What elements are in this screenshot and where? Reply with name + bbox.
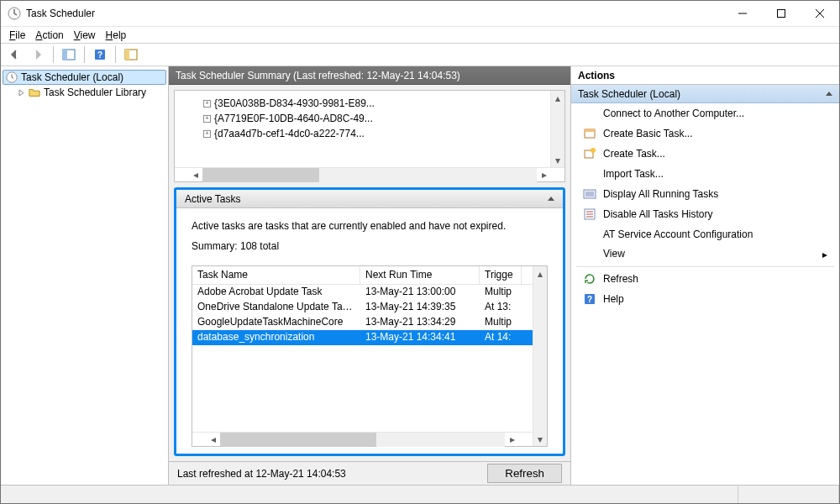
collapse-icon xyxy=(548,197,554,201)
active-tasks-summary: Summary: 108 total xyxy=(192,240,548,252)
running-icon xyxy=(583,187,596,201)
help-toolbar-button[interactable]: ? xyxy=(90,45,110,65)
toolbar: ? xyxy=(1,43,839,66)
action-import-task[interactable]: Import Task... xyxy=(571,164,839,184)
wizard-icon xyxy=(583,127,596,140)
svg-text:?: ? xyxy=(587,295,592,304)
tree-root[interactable]: Task Scheduler (Local) xyxy=(3,70,166,85)
help-icon: ? xyxy=(583,292,596,306)
table-row[interactable]: GoogleUpdateTaskMachineCore13-May-21 13:… xyxy=(192,315,533,330)
center-pane: Task Scheduler Summary (Last refreshed: … xyxy=(169,66,570,485)
svg-rect-7 xyxy=(125,50,129,60)
task-status-box: +{3E0A038B-D834-4930-9981-E89... +{A7719… xyxy=(174,90,565,182)
action-create-basic-task[interactable]: Create Basic Task... xyxy=(571,123,839,144)
menu-file[interactable]: File xyxy=(4,28,30,43)
tree-library-label: Task Scheduler Library xyxy=(44,87,146,98)
menubar: File Action View Help xyxy=(1,26,839,43)
chevron-right-icon: ▸ xyxy=(822,249,827,260)
clock-icon xyxy=(6,71,18,83)
table-header: Task Name Next Run Time Trigge xyxy=(192,266,533,285)
action-help[interactable]: ?Help xyxy=(571,289,839,309)
svg-rect-10 xyxy=(585,129,595,132)
back-button[interactable] xyxy=(4,45,24,65)
tree-root-label: Task Scheduler (Local) xyxy=(21,71,123,83)
svg-rect-3 xyxy=(63,50,67,60)
action-display-running[interactable]: Display All Running Tasks xyxy=(571,184,839,204)
panes-button[interactable] xyxy=(59,45,79,65)
action-refresh[interactable]: Refresh xyxy=(571,269,839,289)
details-button[interactable] xyxy=(121,45,141,65)
vertical-scrollbar[interactable]: ▴▾ xyxy=(550,91,564,167)
svg-rect-1 xyxy=(778,10,785,18)
task-status-list[interactable]: +{3E0A038B-D834-4930-9981-E89... +{A7719… xyxy=(175,91,550,167)
menu-action[interactable]: Action xyxy=(30,28,68,43)
guid-row: {A7719E0F-10DB-4640-AD8C-49... xyxy=(214,113,373,124)
col-task-name[interactable]: Task Name xyxy=(192,266,360,284)
svg-point-12 xyxy=(591,148,596,153)
menu-help[interactable]: Help xyxy=(101,28,132,43)
close-button[interactable] xyxy=(801,1,839,26)
content-area: Task Scheduler (Local) Task Scheduler Li… xyxy=(1,66,839,485)
app-icon xyxy=(8,7,21,20)
menu-view[interactable]: View xyxy=(69,28,101,43)
collapse-icon xyxy=(826,92,832,96)
action-disable-history[interactable]: Disable All Tasks History xyxy=(571,204,839,224)
action-at-service[interactable]: AT Service Account Configuration xyxy=(571,224,839,244)
expand-icon[interactable]: + xyxy=(203,100,211,108)
guid-row: {d7aa4d7b-cef1-4dc0-a222-774... xyxy=(214,128,365,139)
table-row[interactable]: OneDrive Standalone Update Task-...13-Ma… xyxy=(192,300,533,315)
action-create-task[interactable]: Create Task... xyxy=(571,144,839,164)
table-horizontal-scrollbar[interactable]: ◂▸ xyxy=(192,432,533,446)
actions-title: Actions xyxy=(571,66,839,85)
col-triggers[interactable]: Trigge xyxy=(480,266,522,284)
summary-footer: Last refreshed at 12-May-21 14:04:53 Ref… xyxy=(169,461,570,485)
active-tasks-panel: Active Tasks Active tasks are tasks that… xyxy=(174,187,565,456)
navigation-tree: Task Scheduler (Local) Task Scheduler Li… xyxy=(1,66,169,485)
active-tasks-table: Task Name Next Run Time Trigge Adobe Acr… xyxy=(192,265,548,447)
svg-text:?: ? xyxy=(97,50,102,60)
chevron-right-icon xyxy=(18,89,25,97)
expand-icon[interactable]: + xyxy=(203,130,211,138)
folder-icon xyxy=(29,87,40,98)
active-tasks-desc: Active tasks are tasks that are currentl… xyxy=(192,220,548,232)
titlebar: Task Scheduler xyxy=(1,1,839,26)
action-view[interactable]: View▸ xyxy=(571,244,839,265)
table-row-selected[interactable]: database_synchronization13-May-21 14:34:… xyxy=(192,330,533,345)
history-icon xyxy=(583,207,596,221)
active-tasks-title: Active Tasks xyxy=(185,193,240,205)
expand-icon[interactable]: + xyxy=(203,115,211,123)
horizontal-scrollbar[interactable]: ◂▸ xyxy=(175,167,564,181)
summary-header: Task Scheduler Summary (Last refreshed: … xyxy=(169,66,570,85)
table-row[interactable]: Adobe Acrobat Update Task13-May-21 13:00… xyxy=(192,285,533,300)
col-next-run[interactable]: Next Run Time xyxy=(360,266,480,284)
maximize-button[interactable] xyxy=(762,1,801,26)
new-task-icon xyxy=(583,147,596,160)
table-vertical-scrollbar[interactable]: ▴▾ xyxy=(533,266,547,446)
refresh-button[interactable]: Refresh xyxy=(487,464,562,483)
refresh-icon xyxy=(583,272,596,286)
window-title: Task Scheduler xyxy=(26,8,723,19)
guid-row: {3E0A038B-D834-4930-9981-E89... xyxy=(214,97,375,109)
actions-pane: Actions Task Scheduler (Local) Connect t… xyxy=(570,66,839,485)
actions-context[interactable]: Task Scheduler (Local) xyxy=(571,85,839,103)
action-connect[interactable]: Connect to Another Computer... xyxy=(571,103,839,123)
tree-library[interactable]: Task Scheduler Library xyxy=(3,85,166,100)
status-bar xyxy=(1,485,839,503)
app-window: Task Scheduler File Action View Help ? T… xyxy=(0,0,840,504)
forward-button[interactable] xyxy=(28,45,48,65)
last-refreshed-label: Last refreshed at 12-May-21 14:04:53 xyxy=(177,468,346,480)
active-tasks-header[interactable]: Active Tasks xyxy=(176,190,563,208)
minimize-button[interactable] xyxy=(723,1,762,26)
